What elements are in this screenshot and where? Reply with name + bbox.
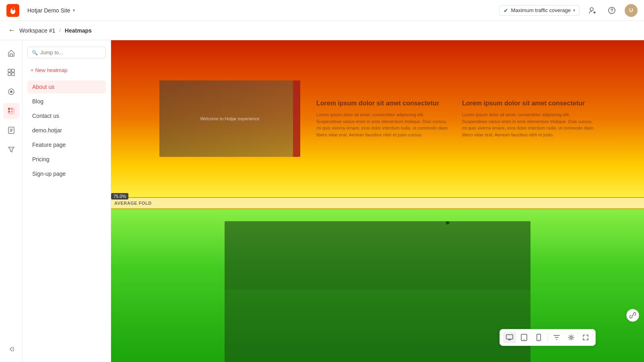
sidebar-nav-home[interactable]: [3, 45, 19, 61]
device-toolbar: [500, 329, 596, 346]
site-name: Hotjar Demo Site: [27, 7, 70, 14]
nav-item-blog-label: Blog: [32, 98, 43, 105]
svg-point-20: [524, 339, 524, 340]
average-fold-marker: 75.0% AVERAGE FOLD: [111, 197, 644, 209]
svg-point-9: [10, 90, 12, 93]
user-avatar[interactable]: U: [625, 4, 638, 17]
nav-item-signup[interactable]: Sign-up page: [27, 167, 106, 180]
search-box[interactable]: 🔍: [27, 47, 106, 58]
traffic-chevron-icon: ▾: [573, 8, 575, 12]
home-icon: [7, 49, 15, 57]
svg-rect-12: [8, 111, 10, 113]
toolbar-separator-1: [547, 333, 548, 341]
nav-item-feature[interactable]: Feature page: [27, 138, 106, 151]
site-heading-1: Lorem ipsum dolor sit amet consectetur: [316, 99, 450, 108]
sidebar-nav-heatmaps[interactable]: [3, 103, 19, 119]
new-heatmap-button[interactable]: + New heatmap: [27, 65, 106, 76]
sidebar-nav-recordings[interactable]: [3, 84, 19, 100]
top-navigation: Hotjar Demo Site ▾ ✔ Maximum traffic cov…: [0, 0, 644, 21]
cool-image-top: [225, 221, 530, 290]
site-text-col-2: Lorem ipsum dolor sit amet consectetur L…: [462, 99, 596, 138]
share-link-button[interactable]: [626, 309, 639, 322]
add-user-icon: [588, 6, 597, 14]
dashboard-icon: [7, 68, 15, 76]
surveys-icon: [7, 126, 15, 134]
nav-item-about-us[interactable]: About us: [27, 80, 106, 93]
filter-button[interactable]: [550, 332, 563, 343]
avatar-initials: U: [629, 7, 633, 13]
nav-item-pricing[interactable]: Pricing: [27, 153, 106, 166]
svg-point-23: [570, 337, 572, 339]
svg-rect-7: [12, 73, 14, 76]
help-icon: [608, 6, 616, 14]
traffic-coverage-selector[interactable]: ✔ Maximum traffic coverage ▾: [499, 5, 580, 16]
svg-point-22: [538, 339, 539, 340]
nav-item-signup-label: Sign-up page: [32, 171, 66, 177]
image-red-bar: [293, 80, 300, 157]
nav-item-about-us-label: About us: [32, 84, 54, 90]
fold-label: AVERAGE FOLD: [114, 201, 152, 206]
settings-button[interactable]: [565, 332, 578, 343]
svg-rect-6: [8, 73, 11, 76]
site-hero-image: Welcome to Hotjar experience: [159, 80, 300, 157]
tablet-view-button[interactable]: [518, 332, 530, 343]
nav-item-feature-label: Feature page: [32, 142, 66, 148]
mobile-view-button[interactable]: [532, 332, 545, 343]
nav-item-contact-label: Contact us: [32, 113, 59, 119]
nav-item-demo[interactable]: demo.hotjar: [27, 124, 106, 137]
svg-point-3: [611, 12, 612, 12]
site-selector-chevron: ▾: [73, 8, 75, 12]
link-icon: [630, 312, 636, 319]
svg-rect-18: [506, 335, 513, 339]
tablet-icon: [521, 334, 527, 341]
desktop-view-button[interactable]: [503, 332, 516, 343]
collapse-sidebar-button[interactable]: [0, 341, 23, 357]
logo[interactable]: [6, 4, 19, 17]
recordings-icon: [7, 88, 15, 96]
cool-image-bottom: [225, 290, 530, 362]
nav-sidebar: 🔍 + New heatmap About us Blog Contact us…: [23, 40, 111, 362]
search-input[interactable]: [40, 49, 101, 56]
svg-rect-5: [12, 69, 14, 72]
breadcrumb-bar: ← Workspace #1 / Heatmaps: [0, 21, 644, 40]
expand-icon: [582, 334, 589, 341]
svg-rect-15: [8, 113, 13, 114]
back-button[interactable]: ←: [8, 26, 15, 35]
site-selector[interactable]: Hotjar Demo Site ▾: [27, 7, 75, 14]
settings-icon: [568, 334, 575, 341]
filter-icon: [553, 334, 560, 341]
site-content-overlay-hot: Welcome to Hotjar experience Lorem ipsum…: [111, 40, 644, 197]
sidebar-nav-dashboard[interactable]: [3, 64, 19, 80]
main-layout: 🔍 + New heatmap About us Blog Contact us…: [0, 40, 644, 362]
site-text-columns: Lorem ipsum dolor sit amet consectetur L…: [316, 99, 596, 138]
site-heading-2: Lorem ipsum dolor sit amet consectetur: [462, 99, 596, 108]
breadcrumb-separator: /: [59, 27, 61, 33]
svg-rect-13: [11, 111, 13, 113]
help-button[interactable]: [605, 4, 618, 17]
new-heatmap-label: + New heatmap: [31, 67, 67, 73]
sidebar-nav-funnels[interactable]: [3, 142, 19, 158]
nav-item-contact[interactable]: Contact us: [27, 109, 106, 122]
desktop-icon: [506, 334, 513, 341]
breadcrumb-current: Heatmaps: [65, 27, 92, 34]
site-image-inner: Welcome to Hotjar experience: [159, 80, 300, 157]
sidebar-nav-surveys[interactable]: [3, 122, 19, 138]
expand-button[interactable]: [579, 332, 592, 343]
search-icon: 🔍: [32, 50, 38, 56]
heatmap-content-area[interactable]: Welcome to Hotjar experience Lorem ipsum…: [111, 40, 644, 362]
nav-item-pricing-label: Pricing: [32, 156, 50, 162]
fold-percentage-badge: 75.0%: [111, 193, 128, 200]
collapse-icon: [8, 346, 14, 352]
topnav-right-section: ✔ Maximum traffic coverage ▾ U: [499, 4, 638, 17]
svg-rect-14: [14, 108, 14, 114]
site-body-1: Lorem ipsum dolor sit amet, consectetur …: [316, 111, 450, 138]
add-team-member-button[interactable]: [586, 4, 599, 17]
svg-rect-4: [8, 69, 11, 72]
mobile-icon: [537, 334, 541, 341]
heatmap-hot-zone: Welcome to Hotjar experience Lorem ipsum…: [111, 40, 644, 197]
breadcrumb-workspace[interactable]: Workspace #1: [19, 27, 55, 34]
svg-point-1: [590, 8, 593, 11]
heatmap-visualization: Welcome to Hotjar experience Lorem ipsum…: [111, 40, 644, 362]
nav-item-blog[interactable]: Blog: [27, 95, 106, 108]
traffic-coverage-label: Maximum traffic coverage: [511, 7, 571, 13]
